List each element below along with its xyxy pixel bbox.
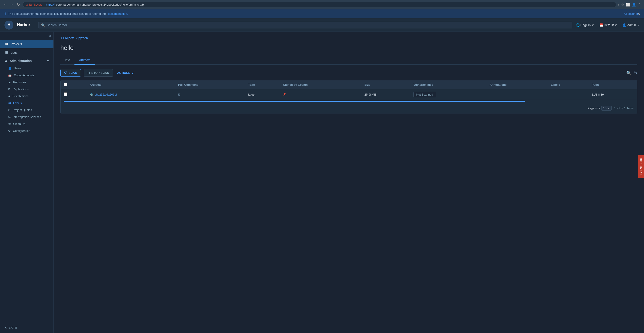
project-quotas-icon: ⊙ xyxy=(8,108,10,112)
user-menu[interactable]: 👤 admin ∨ xyxy=(622,23,640,27)
sidebar-item-replications[interactable]: ⟳ Replications xyxy=(0,86,54,93)
table-search-icon[interactable]: 🔍 xyxy=(626,71,631,75)
sidebar-item-distributions[interactable]: ◈ Distributions xyxy=(0,93,54,100)
browser-nav: ← → ↻ xyxy=(3,2,21,8)
nav-back-button[interactable]: ← xyxy=(3,2,8,8)
bookmark-icon[interactable]: ☆ xyxy=(621,3,624,7)
table-header-row: Artifacts Pull Command Tags Signed by Co… xyxy=(60,80,637,89)
light-mode-icon: ☀ xyxy=(4,326,7,329)
info-icon: ℹ xyxy=(4,12,6,16)
share-icon[interactable]: ↑ xyxy=(618,3,620,7)
project-quotas-label: Project Quotas xyxy=(13,108,32,112)
browser-actions: ↑ ☆ ⬜ 👤 ⋮ xyxy=(618,3,642,7)
address-separator: | xyxy=(44,3,44,6)
sidebar-item-robot-accounts[interactable]: 🤖 Robot Accounts xyxy=(0,72,54,79)
sidebar-item-clean-up[interactable]: 🗑 Clean Up xyxy=(0,120,54,127)
page-size-value: 15 xyxy=(603,107,606,110)
sidebar-light-mode-toggle[interactable]: ☀ LIGHT xyxy=(0,322,54,333)
administration-label: Administration xyxy=(10,59,32,63)
sidebar-item-logs[interactable]: ☰ Logs xyxy=(0,48,54,57)
nav-reload-button[interactable]: ↻ xyxy=(16,2,21,8)
labels-label: Labels xyxy=(13,101,22,105)
artifact-link[interactable]: 🐳 sha256:c6a206bf xyxy=(90,93,172,96)
sidebar-item-configuration[interactable]: ⚙ Configuration xyxy=(0,127,54,134)
tab-info[interactable]: Info xyxy=(60,56,74,65)
select-all-checkbox[interactable] xyxy=(64,83,67,86)
col-header-tags: Tags xyxy=(245,80,280,89)
notification-close-button[interactable]: ✕ xyxy=(637,12,640,16)
vulnerabilities-cell: Not Scanned xyxy=(410,89,486,100)
notification-text: The default scanner has been installed. … xyxy=(8,12,106,16)
registries-icon: ☁ xyxy=(8,81,11,84)
row-checkbox-cell xyxy=(60,89,86,100)
projects-icon: ⊞ xyxy=(4,42,8,46)
scan-shield-icon: 🛡 xyxy=(64,71,67,75)
interrogation-services-icon: ◎ xyxy=(8,115,10,119)
artifact-hash: sha256:c6a206bf xyxy=(94,93,117,96)
menu-icon[interactable]: ⋮ xyxy=(638,3,641,7)
sidebar-collapse-button[interactable]: « xyxy=(0,32,54,40)
warning-icon: ⚠ xyxy=(26,3,28,6)
app-header: H Harbor 🔍 Search Harbor... 🌐 English ∨ … xyxy=(0,18,644,32)
horizontal-scrollbar[interactable] xyxy=(64,101,525,102)
distributions-label: Distributions xyxy=(12,94,28,98)
app: ℹ The default scanner has been installed… xyxy=(0,10,644,333)
globe-icon: 🌐 xyxy=(576,23,580,27)
user-avatar[interactable]: 👤 xyxy=(632,3,636,7)
breadcrumb-python-link[interactable]: < python xyxy=(76,36,88,40)
calendar-icon: 📅 xyxy=(599,23,603,27)
tab-artifacts[interactable]: Artifacts xyxy=(74,56,95,65)
language-selector[interactable]: 🌐 English ∨ xyxy=(576,23,594,27)
col-header-signed-by-cosign: Signed by Cosign xyxy=(280,80,361,89)
not-scanned-badge: Not Scanned xyxy=(414,92,436,97)
replications-label: Replications xyxy=(13,88,28,91)
configuration-label: Configuration xyxy=(13,129,30,133)
labels-icon: 🏷 xyxy=(8,101,11,105)
scan-button[interactable]: 🛡 SCAN xyxy=(60,69,81,77)
address-bar[interactable]: ⚠ Not Secure | https://core.harbor.domai… xyxy=(22,2,616,8)
stop-scan-button[interactable]: ◻ STOP SCAN xyxy=(84,69,113,77)
copy-command-icon[interactable]: ⧉ xyxy=(178,93,180,96)
url-path: /harbor/projects/2/repositories/hello/ar… xyxy=(82,3,144,6)
col-header-size: Size xyxy=(361,80,410,89)
admin-chevron-icon: ∨ xyxy=(47,59,49,63)
documentation-link[interactable]: documentation. xyxy=(108,12,128,16)
col-header-vulnerabilities: Vulnerabilities xyxy=(410,80,486,89)
sidebar-item-project-quotas[interactable]: ⊙ Project Quotas xyxy=(0,107,54,114)
registries-label: Registries xyxy=(13,81,26,84)
stop-scan-label: STOP SCAN xyxy=(92,71,109,75)
search-placeholder: Search Harbor... xyxy=(47,23,70,27)
search-bar[interactable]: 🔍 Search Harbor... xyxy=(38,22,572,29)
nav-forward-button[interactable]: → xyxy=(10,2,15,8)
browser-bar: ← → ↻ ⚠ Not Secure | https://core.harbor… xyxy=(0,0,644,10)
default-chevron-icon: ∨ xyxy=(615,23,617,27)
main-layout: « ⊞ Projects ☰ Logs ⚙ Administration ∨ 👤… xyxy=(0,32,644,333)
breadcrumb-projects-link[interactable]: < Projects xyxy=(60,36,74,40)
sidebar-item-registries[interactable]: ☁ Registries xyxy=(0,79,54,86)
actions-button[interactable]: ACTIONS ∨ xyxy=(116,69,135,76)
sidebar-item-users[interactable]: 👤 Users xyxy=(0,65,54,72)
window-icon[interactable]: ⬜ xyxy=(626,3,630,7)
sidebar-item-projects[interactable]: ⊞ Projects xyxy=(0,40,54,48)
tags-cell: latest xyxy=(245,89,280,100)
table-refresh-icon[interactable]: ↻ xyxy=(634,71,637,75)
default-label: Default xyxy=(604,23,614,27)
clean-up-icon: 🗑 xyxy=(8,122,11,126)
artifacts-table-container: Artifacts Pull Command Tags Signed by Co… xyxy=(60,80,637,114)
page-size-selector: Page size 15 ∨ xyxy=(588,106,612,111)
sidebar-item-labels[interactable]: 🏷 Labels xyxy=(0,100,54,107)
main-content: < Projects < python hello Info Artifacts… xyxy=(54,32,644,333)
col-header-pull-command: Pull Command xyxy=(175,80,245,89)
user-chevron-icon: ∨ xyxy=(637,23,640,27)
row-checkbox[interactable] xyxy=(64,92,67,96)
users-icon: 👤 xyxy=(8,67,12,70)
page-size-dropdown[interactable]: 15 ∨ xyxy=(601,106,612,111)
url-domain: core.harbor.domain xyxy=(56,3,81,6)
sidebar-item-interrogation-services[interactable]: ◎ Interrogation Services xyxy=(0,114,54,120)
toolbar-right: 🔍 ↻ xyxy=(626,71,637,75)
light-mode-label: LIGHT xyxy=(9,326,18,329)
sidebar-section-administration[interactable]: ⚙ Administration ∨ xyxy=(0,57,54,65)
event-log-tab[interactable]: EVENT LOG xyxy=(638,155,644,178)
username-label: admin xyxy=(628,23,636,27)
default-selector[interactable]: 📅 Default ∨ xyxy=(599,23,617,27)
